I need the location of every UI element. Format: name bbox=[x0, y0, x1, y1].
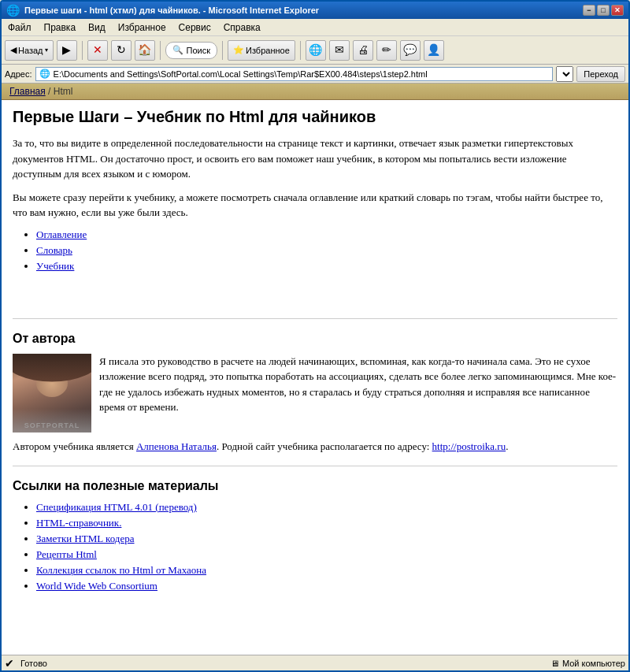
media-button[interactable]: 🌐 bbox=[306, 40, 326, 61]
back-button[interactable]: ◀ Назад ▾ bbox=[5, 40, 54, 61]
mail-icon: ✉ bbox=[335, 43, 344, 57]
link-contents[interactable]: Оглавление bbox=[36, 228, 87, 240]
breadcrumb-separator: / bbox=[48, 86, 50, 97]
author-section: SOFTPORTAL Я писала это руководство в ра… bbox=[13, 354, 617, 433]
content-area: Первые Шаги – Учебник по Html для чайник… bbox=[2, 100, 628, 655]
stop-button[interactable]: ✕ bbox=[87, 40, 108, 61]
favorites-button[interactable]: ⭐ Избранное bbox=[228, 40, 295, 61]
list-item: Заметки HTML кодера bbox=[36, 533, 617, 545]
author-section-title: От автора bbox=[13, 332, 617, 346]
minimize-button[interactable]: − bbox=[583, 5, 595, 16]
media-icon: 🌐 bbox=[309, 43, 322, 57]
link-html-recipes[interactable]: Рецепты Html bbox=[36, 548, 97, 560]
link-html-collection[interactable]: Коллекция ссылок по Html от Махаона bbox=[36, 564, 206, 576]
toolbar: ◀ Назад ▾ ▶ ✕ ↻ 🏠 🔍 Поиск ⭐ Избранное 🌐 bbox=[2, 36, 628, 65]
menu-view[interactable]: Вид bbox=[82, 20, 112, 35]
list-item: Словарь bbox=[36, 244, 617, 257]
intro-paragraph-1: За то, что вы видите в определенной посл… bbox=[13, 136, 617, 182]
status-zone: Мой компьютер bbox=[562, 659, 625, 668]
forward-arrow-icon: ▶ bbox=[62, 43, 71, 57]
favorites-icon: ⭐ bbox=[233, 45, 244, 55]
home-button[interactable]: 🏠 bbox=[135, 40, 155, 61]
search-icon: 🔍 bbox=[172, 45, 183, 55]
status-text: Готово bbox=[20, 659, 544, 668]
author-text: Я писала это руководство в расчете на лю… bbox=[99, 354, 617, 433]
breadcrumb-current: Html bbox=[54, 86, 73, 97]
user-button[interactable]: 👤 bbox=[424, 40, 444, 61]
title-bar: 🌐 Первые шаги - html (хтмл) для чайников… bbox=[2, 2, 628, 19]
link-html-notes[interactable]: Заметки HTML кодера bbox=[36, 533, 135, 544]
favorites-label: Избранное bbox=[246, 46, 290, 55]
list-item: Учебник bbox=[36, 260, 617, 273]
refresh-icon: ↻ bbox=[117, 43, 126, 57]
main-links-list: Оглавление Словарь Учебник bbox=[36, 228, 617, 273]
intro-paragraph-2: Вы можете сразу перейти к учебнику, а мо… bbox=[13, 190, 617, 221]
link-dictionary[interactable]: Словарь bbox=[36, 244, 72, 256]
address-icon: 🌐 bbox=[39, 69, 50, 79]
user-icon: 👤 bbox=[427, 43, 440, 57]
window-title: Первые шаги - html (хтмл) для чайников. … bbox=[24, 6, 578, 15]
toolbar-separator-4 bbox=[300, 41, 301, 60]
breadcrumb: Главная / Html bbox=[2, 84, 628, 100]
resources-list: Спецификация HTML 4.01 (перевод) HTML-сп… bbox=[36, 501, 617, 592]
back-arrow-icon: ◀ bbox=[10, 45, 17, 55]
search-box[interactable]: 🔍 Поиск bbox=[165, 42, 217, 59]
refresh-button[interactable]: ↻ bbox=[111, 40, 132, 61]
messenger-icon: 💬 bbox=[403, 43, 417, 57]
status-icon: ✔ bbox=[5, 657, 14, 670]
divider-1 bbox=[13, 318, 617, 319]
messenger-button[interactable]: 💬 bbox=[400, 40, 421, 61]
author-credit-suffix: . Родной сайт учебника располагается по … bbox=[217, 440, 432, 452]
breadcrumb-home[interactable]: Главная bbox=[9, 86, 46, 97]
status-bar: ✔ Готово 🖥 Мой компьютер bbox=[2, 655, 628, 670]
author-name-link[interactable]: Алпенова Наталья bbox=[136, 440, 217, 452]
edit-icon: ✏ bbox=[382, 43, 391, 57]
back-label: Назад bbox=[18, 46, 43, 55]
close-button[interactable]: ✕ bbox=[611, 5, 624, 16]
list-item: Спецификация HTML 4.01 (перевод) bbox=[36, 501, 617, 514]
toolbar-separator-2 bbox=[160, 41, 161, 60]
link-html-spec[interactable]: Спецификация HTML 4.01 (перевод) bbox=[36, 501, 197, 513]
menu-bar: Файл Правка Вид Избранное Сервис Справка bbox=[2, 19, 628, 36]
menu-file[interactable]: Файл bbox=[2, 20, 38, 35]
toolbar-separator-1 bbox=[82, 41, 83, 60]
go-button[interactable]: Переход bbox=[576, 66, 625, 82]
page-title: Первые Шаги – Учебник по Html для чайник… bbox=[13, 108, 617, 126]
link-tutorial[interactable]: Учебник bbox=[36, 260, 74, 272]
print-icon: 🖨 bbox=[358, 44, 369, 57]
search-label: Поиск bbox=[187, 46, 210, 55]
menu-favorites[interactable]: Избранное bbox=[112, 20, 172, 35]
address-url: E:\Documents and Settings\SoftPortal.com… bbox=[54, 69, 428, 79]
address-input[interactable]: 🌐 E:\Documents and Settings\SoftPortal.c… bbox=[35, 67, 554, 81]
menu-tools[interactable]: Сервис bbox=[172, 20, 217, 35]
mail-button[interactable]: ✉ bbox=[329, 40, 350, 61]
computer-icon: 🖥 bbox=[550, 659, 559, 668]
stop-icon: ✕ bbox=[93, 43, 102, 57]
home-icon: 🏠 bbox=[138, 43, 151, 57]
author-photo: SOFTPORTAL bbox=[13, 354, 91, 433]
back-dropdown-icon: ▾ bbox=[45, 46, 48, 54]
menu-help[interactable]: Справка bbox=[217, 20, 267, 35]
divider-2 bbox=[13, 466, 617, 466]
menu-edit[interactable]: Правка bbox=[38, 20, 83, 35]
window-icon: 🌐 bbox=[6, 4, 20, 17]
print-button[interactable]: 🖨 bbox=[353, 40, 373, 61]
list-item: HTML-справочник. bbox=[36, 517, 617, 529]
resources-section-title: Ссылки на полезные материалы bbox=[13, 479, 617, 493]
author-credit: Автором учебника является Алпенова Натал… bbox=[13, 440, 617, 453]
address-bar: Адрес: 🌐 E:\Documents and Settings\SoftP… bbox=[2, 65, 628, 84]
status-right: 🖥 Мой компьютер bbox=[550, 659, 625, 668]
list-item: Оглавление bbox=[36, 228, 617, 241]
author-site-link[interactable]: http://postroika.ru bbox=[432, 440, 506, 452]
link-w3c[interactable]: World Wide Web Consortium bbox=[36, 580, 158, 592]
forward-button[interactable]: ▶ bbox=[57, 40, 77, 61]
address-label: Адрес: bbox=[5, 69, 32, 79]
link-html-ref[interactable]: HTML-справочник. bbox=[36, 517, 121, 529]
window-controls: − □ ✕ bbox=[583, 5, 624, 16]
list-item: Коллекция ссылок по Html от Махаона bbox=[36, 564, 617, 577]
edit-button[interactable]: ✏ bbox=[376, 40, 397, 61]
toolbar-separator-3 bbox=[222, 41, 223, 60]
maximize-button[interactable]: □ bbox=[597, 5, 610, 16]
list-item: Рецепты Html bbox=[36, 548, 617, 561]
address-dropdown[interactable] bbox=[556, 66, 573, 82]
